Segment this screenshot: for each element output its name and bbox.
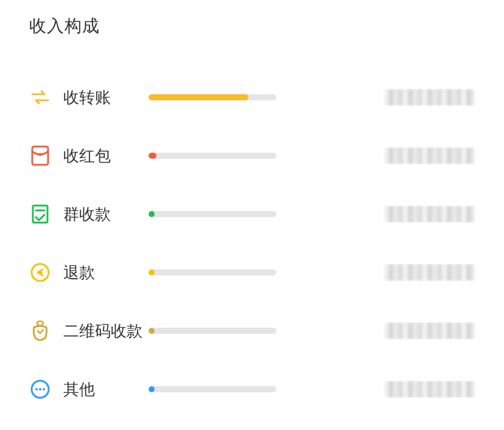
- redpacket-icon: [29, 145, 51, 167]
- progress-fill: [149, 211, 155, 217]
- svg-point-1: [39, 153, 42, 156]
- progress-fill: [149, 153, 156, 159]
- item-label: 群收款: [63, 204, 149, 225]
- list-item[interactable]: 群收款: [29, 185, 475, 243]
- amount-wrap: [276, 381, 475, 398]
- amount-obscured: [383, 322, 475, 339]
- amount-wrap: [276, 206, 475, 223]
- progress-bar: [149, 328, 276, 334]
- amount-wrap: [276, 322, 475, 339]
- item-label: 收红包: [63, 145, 149, 167]
- progress-bar: [149, 386, 276, 392]
- amount-obscured: [383, 206, 475, 223]
- amount-wrap: [276, 89, 475, 106]
- amount-obscured: [383, 381, 475, 398]
- progress-bar: [149, 211, 276, 217]
- list-item[interactable]: 退款: [29, 243, 475, 302]
- section-title: 收入构成: [29, 15, 475, 38]
- list-item[interactable]: 收转账: [29, 68, 475, 127]
- amount-wrap: [276, 264, 475, 281]
- item-label: 收转账: [63, 87, 149, 108]
- groupcollect-icon: [29, 203, 51, 225]
- progress-bar: [149, 153, 276, 159]
- list-item[interactable]: 二维码收款: [29, 302, 475, 360]
- svg-point-6: [35, 388, 38, 390]
- item-label: 二维码收款: [63, 321, 149, 342]
- qrcollect-icon: [29, 320, 51, 342]
- progress-fill: [149, 94, 248, 100]
- transfer-icon: [29, 86, 51, 108]
- amount-obscured: [383, 89, 475, 106]
- progress-fill: [149, 328, 155, 334]
- other-icon: [29, 378, 51, 400]
- progress-bar: [149, 94, 276, 100]
- refund-icon: [29, 262, 51, 283]
- list-item[interactable]: 收红包: [29, 127, 475, 185]
- progress-fill: [149, 386, 155, 392]
- income-list: 收转账 收红包: [29, 68, 475, 418]
- svg-point-8: [43, 388, 45, 390]
- item-label: 退款: [63, 262, 149, 283]
- list-item[interactable]: 其他: [29, 360, 475, 418]
- svg-point-7: [39, 388, 41, 390]
- amount-obscured: [383, 147, 475, 164]
- amount-obscured: [383, 264, 475, 281]
- progress-bar: [149, 269, 276, 276]
- progress-fill: [149, 269, 155, 276]
- item-label: 其他: [63, 379, 149, 400]
- amount-wrap: [276, 147, 475, 164]
